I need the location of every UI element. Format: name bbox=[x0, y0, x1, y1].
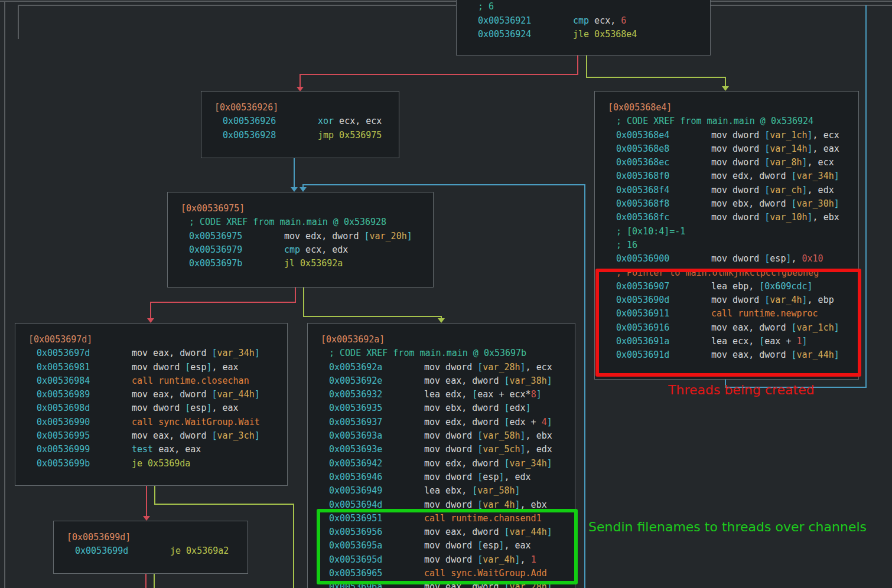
asm-line[interactable]: 0x0053697bjl 0x53692a bbox=[168, 257, 433, 270]
asm-token: 0x00536975 bbox=[189, 230, 284, 243]
asm-token: 0x0053699d bbox=[75, 544, 170, 558]
asm-token: 0x0053697b bbox=[189, 257, 284, 270]
asm-token: esp bbox=[483, 472, 499, 482]
asm-line[interactable]: 0x00536990call sync.WaitGroup.Wait bbox=[15, 416, 287, 429]
asm-token: var_10h bbox=[770, 212, 807, 223]
asm-line[interactable]: ; 6 bbox=[457, 0, 710, 14]
asm-token: ; CODE XREF from main.main @ 0x53697b bbox=[329, 348, 526, 358]
asm-token: [ bbox=[504, 375, 509, 386]
asm-line[interactable]: 0x0053693emov dword [var_5ch], edx bbox=[308, 443, 575, 456]
asm-token: ] bbox=[808, 130, 813, 141]
asm-token: , ebx bbox=[813, 212, 839, 223]
asm-line[interactable]: 0x00536924jle 0x5368e4 bbox=[457, 28, 710, 41]
asm-line[interactable]: 0x005368f8mov ebx, dword [var_30h] bbox=[595, 197, 858, 211]
asm-line[interactable]: ; 16 bbox=[595, 239, 858, 252]
block-label: [0x00536926] bbox=[201, 101, 399, 115]
asm-token: 0x005368f4 bbox=[616, 184, 711, 197]
asm-line[interactable]: 0x00536937mov edx, dword [edx + 4] bbox=[308, 416, 575, 429]
edge-segment bbox=[295, 288, 296, 303]
asm-token: ] bbox=[255, 389, 260, 400]
asm-line[interactable]: 0x005368ecmov dword [var_8h], ecx bbox=[595, 156, 858, 169]
edge-segment bbox=[586, 55, 587, 78]
asm-line[interactable]: 0x005368f0mov edx, dword [var_34h] bbox=[595, 169, 858, 183]
asm-token: [ bbox=[364, 231, 369, 241]
basic-block-0x00536975[interactable]: [0x00536975]; CODE XREF from main.main @… bbox=[167, 192, 434, 288]
asm-line[interactable]: 0x00536949lea ebx, [var_58h] bbox=[308, 484, 575, 498]
asm-line[interactable]: 0x0053692emov eax, dword [var_38h] bbox=[308, 374, 575, 388]
asm-line[interactable]: 0x0053698dmov dword [esp], eax bbox=[15, 401, 287, 415]
asm-token: var_34h bbox=[797, 171, 834, 181]
asm-token: var_34h bbox=[217, 348, 255, 358]
asm-line[interactable]: 0x00536946mov dword [esp], edx bbox=[308, 471, 575, 484]
asm-line[interactable]: 0x00536984call runtime.closechan bbox=[15, 374, 287, 388]
asm-token: [ bbox=[764, 185, 770, 195]
asm-token: [ bbox=[764, 253, 770, 264]
asm-line[interactable]: 0x00536999test eax, eax bbox=[15, 443, 287, 456]
asm-line[interactable]: 0x00536935mov ebx, dword [edx] bbox=[308, 401, 575, 415]
asm-line[interactable]: 0x00536942mov edx, dword [var_34h] bbox=[308, 457, 575, 471]
asm-line[interactable]: 0x0053699bje 0x5369da bbox=[15, 457, 287, 471]
edge-segment bbox=[294, 158, 295, 188]
asm-line[interactable]: 0x0053693amov dword [var_58h], ebx bbox=[308, 429, 575, 443]
asm-token: edx + bbox=[510, 417, 542, 427]
asm-line[interactable]: 0x00536981mov dword [esp], eax bbox=[15, 361, 287, 374]
asm-token: 0x10 bbox=[802, 253, 823, 264]
edge-segment bbox=[150, 302, 296, 303]
asm-line[interactable]: ; CODE XREF from main.main @ 0x536928 bbox=[168, 215, 433, 229]
graph-canvas[interactable]: Threads being created Sendin filenames t… bbox=[0, 0, 892, 588]
block-label: [0x0053697d] bbox=[15, 333, 287, 347]
asm-line[interactable]: 0x0053692amov dword [var_28h], ecx bbox=[308, 361, 575, 374]
edge-segment bbox=[577, 55, 578, 75]
asm-line[interactable]: 0x0053699dje 0x5369a2 bbox=[54, 544, 248, 558]
basic-block-0x00536926[interactable]: [0x00536926]0x00536926xor ecx, ecx0x0053… bbox=[201, 91, 399, 158]
asm-line[interactable]: 0x00536979cmp ecx, edx bbox=[168, 243, 433, 257]
asm-line[interactable]: 0x00536975mov edx, dword [var_20h] bbox=[168, 230, 433, 243]
asm-token: ] bbox=[547, 458, 552, 469]
asm-token: mov dword bbox=[424, 430, 477, 441]
basic-block-0x0053697d[interactable]: [0x0053697d]0x0053697dmov eax, dword [va… bbox=[15, 323, 288, 486]
asm-line[interactable]: 0x00536989mov eax, dword [var_44h] bbox=[15, 388, 287, 401]
asm-token: mov dword bbox=[711, 130, 764, 141]
asm-token: [ bbox=[764, 143, 770, 154]
asm-line[interactable]: 0x00536926xor ecx, ecx bbox=[201, 115, 399, 128]
asm-token: jl 0x53692a bbox=[284, 258, 343, 269]
basic-block-0x0053699d[interactable]: [0x0053699d]0x0053699dje 0x5369a2 bbox=[53, 521, 248, 574]
annotation-box-red bbox=[595, 269, 861, 377]
asm-token: je 0x5369a2 bbox=[170, 545, 229, 556]
asm-token: ] bbox=[536, 389, 542, 400]
asm-line[interactable]: ; [0x10:4]=-1 bbox=[595, 225, 858, 239]
asm-token: , ecx bbox=[813, 130, 839, 141]
asm-token: [ bbox=[791, 171, 796, 181]
asm-token: 0x00536928 bbox=[223, 129, 318, 142]
asm-token: mov dword bbox=[711, 253, 764, 264]
asm-token: var_1ch bbox=[770, 130, 807, 141]
edge-segment bbox=[150, 302, 151, 319]
asm-line[interactable]: 0x005368f4mov dword [var_ch], edx bbox=[595, 184, 858, 197]
asm-line[interactable]: 0x005368e4mov dword [var_1ch], ecx bbox=[595, 129, 858, 142]
asm-token: 0x005368fc bbox=[616, 211, 711, 224]
asm-line[interactable]: 0x005368e8mov dword [var_14h], eax bbox=[595, 142, 858, 156]
asm-token: 0x00536900 bbox=[616, 252, 711, 266]
asm-line[interactable]: ; CODE XREF from main.main @ 0x536924 bbox=[595, 115, 858, 128]
asm-line[interactable]: 0x00536900mov dword [esp], 0x10 bbox=[595, 252, 858, 266]
asm-token: jle 0x5368e4 bbox=[573, 29, 637, 40]
asm-line[interactable]: 0x005368fcmov dword [var_10h], ebx bbox=[595, 211, 858, 224]
asm-line[interactable]: 0x00536932lea edx, [eax + ecx*8] bbox=[308, 388, 575, 401]
asm-token: var_44h bbox=[217, 389, 255, 400]
asm-token: var_34h bbox=[510, 458, 547, 469]
asm-line[interactable]: 0x00536921cmp ecx, 6 bbox=[457, 14, 710, 28]
asm-line[interactable]: 0x0053697dmov eax, dword [var_34h] bbox=[15, 347, 287, 360]
basic-block-0x00536921[interactable]: [0x00536921]; 60x00536921cmp ecx, 60x005… bbox=[456, 0, 711, 55]
asm-token: ecx, edx bbox=[300, 244, 348, 255]
asm-token: mov dword bbox=[132, 403, 185, 413]
asm-line[interactable]: ; CODE XREF from main.main @ 0x53697b bbox=[308, 347, 575, 360]
asm-token: mov edx, dword bbox=[424, 458, 504, 469]
asm-line[interactable]: 0x00536928jmp 0x536975 bbox=[201, 129, 399, 142]
asm-token: var_ch bbox=[770, 185, 802, 195]
asm-token: var_30h bbox=[797, 198, 834, 209]
asm-line[interactable]: 0x00536995mov eax, dword [var_3ch] bbox=[15, 429, 287, 443]
view-border bbox=[4, 1, 5, 588]
asm-token: 0x005368ec bbox=[616, 156, 711, 169]
asm-token: 8 bbox=[531, 389, 536, 400]
asm-token: mov dword bbox=[424, 444, 477, 455]
